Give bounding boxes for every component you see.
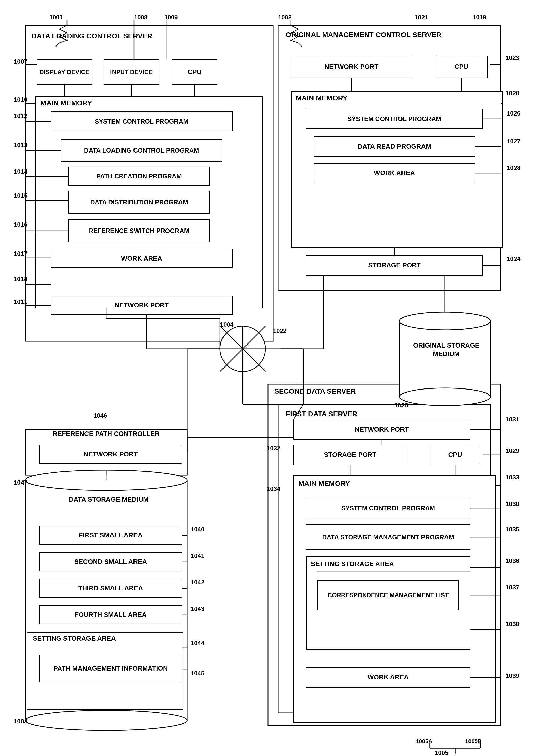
rpc-title-label: REFERENCE PATH CONTROLLER [30, 430, 182, 438]
ref-1018: 1018 [14, 276, 27, 282]
scp1-box: SYSTEM CONTROL PROGRAM [50, 111, 233, 131]
ref-1004: 1004 [220, 321, 233, 328]
ref-1011: 1011 [14, 298, 27, 305]
network-port2-label: NETWORK PORT [324, 63, 379, 71]
work-area2-label: WORK AREA [374, 169, 415, 178]
ref-1033: 1033 [506, 474, 519, 481]
ref-1021: 1021 [415, 14, 428, 21]
original-storage-medium-label: ORIGINAL STORAGE MEDIUM [403, 341, 489, 358]
network-port-fds-label: NETWORK PORT [355, 425, 409, 434]
ref-1027: 1027 [507, 138, 520, 145]
ref-1023: 1023 [506, 54, 519, 61]
work-area-fds-box: WORK AREA [306, 667, 470, 687]
ref-1046: 1046 [93, 412, 107, 419]
ref-1010: 1010 [14, 96, 27, 103]
ref-1024: 1024 [507, 255, 520, 262]
ref-1022: 1022 [273, 327, 286, 334]
ref-1005B: 1005B [465, 738, 482, 745]
ref-1029: 1029 [506, 447, 519, 454]
input-device-label: INPUT DEVICE [110, 68, 153, 76]
rsp-label: REFERENCE SWITCH PROGRAM [89, 227, 189, 235]
cpu1-label: CPU [188, 68, 202, 76]
svg-point-8 [220, 326, 265, 372]
svg-rect-13 [399, 321, 490, 397]
ref-1035: 1035 [506, 526, 519, 533]
ref-1031: 1031 [506, 416, 519, 423]
ref-1019: 1019 [473, 14, 486, 21]
rsp-box: REFERENCE SWITCH PROGRAM [68, 219, 210, 242]
ref-1025: 1025 [394, 402, 408, 409]
ref-1044: 1044 [191, 640, 204, 646]
cml-box: CORRESPONDENCE MANAGEMENT LIST [317, 580, 459, 610]
ref-1042: 1042 [191, 579, 204, 586]
scp2-label: SYSTEM CONTROL PROGRAM [348, 115, 441, 123]
work-area-fds-label: WORK AREA [368, 673, 409, 682]
storage-port-fds-box: STORAGE PORT [293, 445, 407, 465]
network-port1-label: NETWORK PORT [115, 301, 169, 310]
ref-1037: 1037 [506, 584, 519, 591]
dlcp-box: DATA LOADING CONTROL PROGRAM [61, 139, 222, 162]
server1-title-box: DATA LOADING CONTROL SERVER [30, 30, 157, 56]
fourth-small-area-box: FOURTH SMALL AREA [39, 605, 182, 624]
storage-port2-box: STORAGE PORT [306, 255, 483, 276]
first-data-server-label: FIRST DATA SERVER [286, 410, 357, 418]
scp2-box: SYSTEM CONTROL PROGRAM [306, 109, 483, 129]
drp-label: DATA READ PROGRAM [357, 142, 431, 151]
ref-1013: 1013 [14, 142, 27, 148]
server1-title-label: DATA LOADING CONTROL SERVER [32, 32, 152, 41]
dsmp-label: DATA STORAGE MANAGEMENT PROGRAM [322, 533, 454, 542]
ref-1034: 1034 [267, 485, 280, 492]
ref-1002: 1002 [278, 14, 291, 21]
svg-point-7 [25, 710, 187, 731]
ref-1009: 1009 [164, 14, 178, 21]
second-data-server-label: SECOND DATA SERVER [274, 387, 356, 396]
ref-1043: 1043 [191, 605, 204, 612]
main-memory2-label: MAIN MEMORY [296, 93, 348, 103]
ref-1014: 1014 [14, 168, 27, 175]
ref-1020: 1020 [506, 90, 519, 97]
ref-1041: 1041 [191, 552, 204, 559]
storage-port-fds-label: STORAGE PORT [324, 451, 377, 459]
network-port-rpc-label: NETWORK PORT [84, 450, 138, 459]
display-device-box: DISPLAY DEVICE [37, 59, 92, 85]
svg-line-12 [220, 326, 265, 372]
ref-1001: 1001 [49, 14, 63, 21]
ref-1017: 1017 [14, 250, 27, 257]
ref-1005A: 1005A [416, 738, 432, 745]
ref-1016: 1016 [14, 221, 27, 228]
fourth-small-area-label: FOURTH SMALL AREA [75, 611, 147, 619]
network-port1-box: NETWORK PORT [50, 296, 233, 315]
server2-title-label: ORIGINAL MANAGEMENT CONTROL SERVER [286, 30, 442, 39]
dsmp-box: DATA STORAGE MANAGEMENT PROGRAM [306, 524, 470, 550]
second-small-area-label: SECOND SMALL AREA [74, 558, 147, 566]
svg-point-15 [399, 388, 490, 406]
ref-1012: 1012 [14, 113, 27, 119]
third-small-area-box: THIRD SMALL AREA [39, 579, 182, 598]
first-small-area-label: FIRST SMALL AREA [79, 531, 142, 540]
ref-1030: 1030 [506, 501, 519, 508]
ref-1047: 1047 [14, 479, 27, 486]
network-port-rpc-box: NETWORK PORT [39, 445, 182, 464]
third-small-area-label: THIRD SMALL AREA [78, 584, 143, 593]
ref-1003: 1003 [14, 718, 27, 725]
cpu2-box: CPU [435, 56, 488, 78]
svg-point-6 [25, 470, 187, 490]
setting-storage-area-left-label: SETTING STORAGE AREA [33, 635, 116, 643]
cml-label: CORRESPONDENCE MANAGEMENT LIST [328, 591, 449, 599]
scp1-label: SYSTEM CONTROL PROGRAM [95, 117, 188, 126]
drp-box: DATA READ PROGRAM [314, 137, 475, 157]
network-port2-box: NETWORK PORT [291, 56, 412, 78]
ddp-label: DATA DISTRIBUTION PROGRAM [90, 198, 188, 207]
setting-storage-area-right-label: SETTING STORAGE AREA [311, 560, 394, 569]
cpu-fds-label: CPU [448, 451, 462, 459]
ref-1026: 1026 [507, 110, 520, 117]
ref-1028: 1028 [507, 164, 520, 171]
scp-fds-box: SYSTEM CONTROL PROGRAM [306, 498, 470, 518]
pcp-box: PATH CREATION PROGRAM [68, 167, 210, 186]
ref-1040: 1040 [191, 526, 204, 533]
path-mgmt-info-box: PATH MANAGEMENT INFORMATION [39, 655, 182, 682]
cpu2-label: CPU [454, 63, 468, 71]
ddp-box: DATA DISTRIBUTION PROGRAM [68, 191, 210, 214]
ref-1039: 1039 [506, 672, 519, 679]
ref-1005: 1005 [435, 749, 448, 756]
